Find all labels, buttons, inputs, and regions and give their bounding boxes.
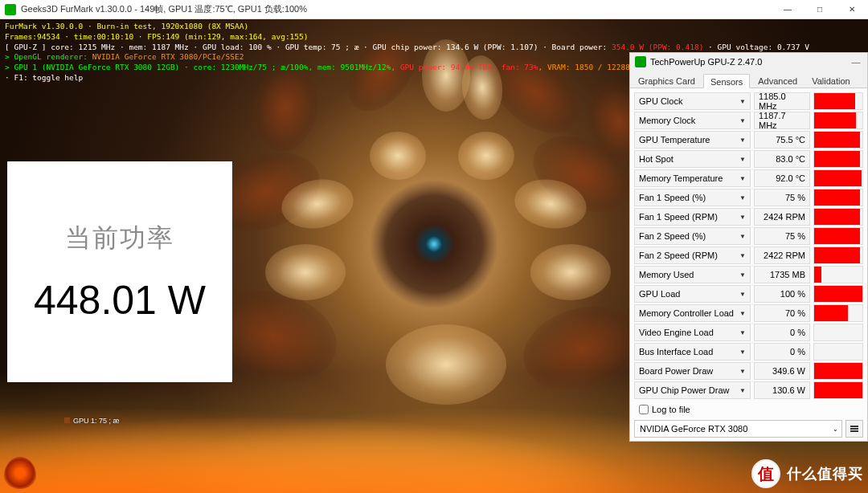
gpuz-tabstrip: Graphics Card Sensors Advanced Validatio… (630, 71, 867, 88)
sensor-name: GPU Clock (639, 96, 682, 106)
osd-fps: Frames:94534 · time:00:10:10 · FPS:149 (… (5, 32, 809, 43)
chevron-down-icon: ▼ (739, 98, 746, 105)
sensor-value-cell[interactable]: 1185.0 MHz (754, 92, 810, 110)
sensor-bar[interactable] (813, 208, 863, 226)
watermark-badge-icon: 值 (751, 459, 780, 488)
sensor-value-cell[interactable]: 130.6 W (754, 381, 810, 399)
window-minimize-button[interactable]: — (772, 0, 804, 19)
sensor-name-cell[interactable]: Bus Interface Load▼ (634, 343, 751, 361)
sensor-name-cell[interactable]: GPU Load▼ (634, 285, 751, 303)
gpuz-titlebar[interactable]: TechPowerUp GPU-Z 2.47.0 — (630, 53, 867, 71)
chevron-down-icon: ▼ (739, 329, 746, 336)
gpu-selector-row: NVIDIA GeForce RTX 3080⌄ (634, 420, 863, 438)
sensor-value: 0 % (790, 328, 805, 337)
sensor-value-cell[interactable]: 75 % (754, 227, 810, 245)
sensor-value-cell[interactable]: 92.0 °C (754, 169, 810, 187)
sensor-name: Memory Clock (639, 116, 695, 125)
sensor-name: Memory Temperature (639, 173, 723, 183)
tab-validation[interactable]: Validation (805, 74, 857, 88)
sensor-value-cell[interactable]: 100 % (754, 285, 810, 303)
sensor-bar[interactable] (813, 189, 863, 206)
sensor-name: Memory Controller Load (639, 308, 734, 318)
sensor-name-cell[interactable]: Fan 2 Speed (%)▼ (634, 227, 751, 245)
sensor-bar[interactable] (813, 227, 863, 245)
log-to-file-label: Log to file (652, 405, 690, 414)
log-to-file-checkbox[interactable] (639, 405, 649, 414)
window-maximize-button[interactable]: □ (804, 0, 836, 19)
sensor-bar[interactable] (813, 131, 863, 149)
sensor-bar[interactable] (813, 343, 863, 361)
sensor-value-cell[interactable]: 70 % (754, 304, 810, 322)
chevron-down-icon: ▼ (739, 368, 746, 375)
sensor-bar[interactable] (813, 362, 863, 380)
gpu-selector-value: NVIDIA GeForce RTX 3080 (640, 424, 747, 434)
sensor-name-cell[interactable]: Hot Spot▼ (634, 150, 751, 168)
sensor-value-cell[interactable]: 83.0 °C (754, 150, 810, 168)
sensor-name-cell[interactable]: GPU Clock▼ (634, 92, 751, 110)
sensor-name: Video Engine Load (639, 328, 714, 337)
gpu-selector-dropdown[interactable]: NVIDIA GeForce RTX 3080⌄ (634, 420, 842, 438)
log-to-file-row: Log to file (634, 401, 863, 418)
flame-icon (4, 457, 36, 489)
titlebar: Geeks3D FurMark v1.30.0.0 - 149帧, GPU1 温… (0, 0, 868, 19)
sensor-bar[interactable] (813, 112, 863, 129)
sensor-bar[interactable] (813, 169, 863, 187)
hamburger-menu-button[interactable] (845, 420, 863, 438)
sensor-row: Board Power Draw▼349.6 W (634, 362, 863, 380)
sensor-bar[interactable] (813, 304, 863, 322)
sensor-bar[interactable] (813, 266, 863, 283)
sensor-name: GPU Chip Power Draw (639, 385, 729, 395)
sensor-value-cell[interactable]: 1735 MB (754, 266, 810, 283)
power-overlay-card: 当前功率 448.01 W (7, 161, 232, 382)
hamburger-icon (850, 426, 858, 432)
sensor-value: 75.5 °C (776, 135, 805, 145)
sensor-name-cell[interactable]: Memory Controller Load▼ (634, 304, 751, 322)
sensor-bar[interactable] (813, 324, 863, 341)
furmark-render-canvas: GPU 1: 75 ; æ FurMark v1.30.0.0 · Burn-i… (0, 19, 868, 493)
sensor-value-cell[interactable]: 2422 RPM (754, 246, 810, 264)
tab-sensors[interactable]: Sensors (703, 74, 750, 88)
sensor-value-cell[interactable]: 0 % (754, 343, 810, 361)
sensor-name-cell[interactable]: Fan 2 Speed (RPM)▼ (634, 246, 751, 264)
sensor-value: 70 % (785, 308, 805, 318)
sensor-value-cell[interactable]: 0 % (754, 324, 810, 341)
gpuz-minimize-button[interactable]: — (846, 57, 866, 67)
sensor-bar[interactable] (813, 150, 863, 168)
sensor-bar[interactable] (813, 246, 863, 264)
sensor-value: 0 % (790, 347, 805, 357)
sensor-value-cell[interactable]: 75.5 °C (754, 131, 810, 149)
chevron-down-icon: ▼ (739, 194, 746, 202)
tab-advanced[interactable]: Advanced (751, 74, 804, 88)
chevron-down-icon: ▼ (739, 214, 746, 221)
sensor-name: Fan 2 Speed (RPM) (639, 251, 718, 260)
sensor-row: Fan 1 Speed (RPM)▼2424 RPM (634, 208, 863, 226)
sensor-name-cell[interactable]: GPU Chip Power Draw▼ (634, 381, 751, 399)
sensor-value-cell[interactable]: 1187.7 MHz (754, 112, 810, 129)
sensor-name-cell[interactable]: Memory Temperature▼ (634, 169, 751, 187)
sensor-row: Bus Interface Load▼0 % (634, 343, 863, 361)
sensor-name-cell[interactable]: Video Engine Load▼ (634, 324, 751, 341)
sensor-name-cell[interactable]: Memory Used▼ (634, 266, 751, 283)
furmark-logo (4, 457, 36, 489)
sensor-bar[interactable] (813, 285, 863, 303)
sensor-name-cell[interactable]: GPU Temperature▼ (634, 131, 751, 149)
gpuz-window: TechPowerUp GPU-Z 2.47.0 — Graphics Card… (629, 52, 868, 442)
sensor-value-cell[interactable]: 349.6 W (754, 362, 810, 380)
sensor-name-cell[interactable]: Fan 1 Speed (%)▼ (634, 189, 751, 206)
sensor-bar[interactable] (813, 381, 863, 399)
tab-graphics-card[interactable]: Graphics Card (632, 74, 702, 88)
power-label: 当前功率 (65, 221, 174, 256)
sensor-row: GPU Temperature▼75.5 °C (634, 131, 863, 149)
sensor-name-cell[interactable]: Memory Clock▼ (634, 112, 751, 129)
sensor-value-cell[interactable]: 2424 RPM (754, 208, 810, 226)
sensor-bar[interactable] (813, 92, 863, 110)
sensor-row: GPU Clock▼1185.0 MHz (634, 92, 863, 110)
sensor-name-cell[interactable]: Board Power Draw▼ (634, 362, 751, 380)
sensor-name-cell[interactable]: Fan 1 Speed (RPM)▼ (634, 208, 751, 226)
sensor-row: GPU Load▼100 % (634, 285, 863, 303)
window-close-button[interactable]: ✕ (836, 0, 868, 19)
sensor-value: 92.0 °C (776, 173, 805, 183)
sensor-row: GPU Chip Power Draw▼130.6 W (634, 381, 863, 399)
sensor-value: 1185.0 MHz (759, 92, 805, 111)
sensor-value-cell[interactable]: 75 % (754, 189, 810, 206)
